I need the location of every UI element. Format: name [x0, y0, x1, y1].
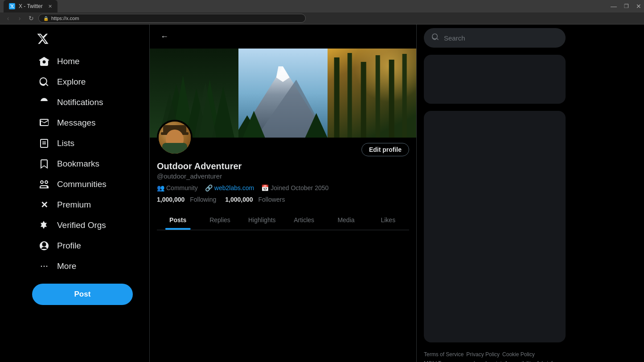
verified-orgs-icon	[38, 220, 50, 231]
forward-button[interactable]: ›	[15, 14, 24, 23]
following-stat[interactable]: 1,000,000 Following	[157, 196, 216, 203]
footer-accessibility[interactable]: Accessibility	[505, 360, 533, 362]
tab-media[interactable]: Media	[325, 210, 367, 230]
avatar-image	[159, 122, 191, 154]
link-icon: 🔗	[205, 184, 213, 191]
avatar	[157, 120, 193, 155]
tab-likes[interactable]: Likes	[367, 210, 409, 230]
banner-center	[238, 49, 327, 138]
banner-right	[328, 49, 416, 138]
svg-rect-22	[402, 54, 406, 138]
sidebar-item-notifications[interactable]: Notifications	[32, 92, 144, 113]
post-button[interactable]: Post	[32, 284, 133, 305]
sidebar-home-label: Home	[57, 57, 80, 66]
back-button[interactable]: ←	[157, 29, 172, 44]
website-link[interactable]: web2labs.com	[214, 184, 254, 191]
sidebar-bookmarks-label: Bookmarks	[57, 159, 99, 169]
meta-website[interactable]: 🔗 web2labs.com	[205, 184, 254, 191]
sidebar-item-home[interactable]: Home	[32, 51, 144, 72]
browser-controls: ‹ › ↻ 🔒 https://x.com	[0, 12, 644, 24]
tab-replies[interactable]: Replies	[199, 210, 241, 230]
followers-text: Followers	[258, 196, 285, 203]
browser-tab[interactable]: X - Twitter ✕	[4, 0, 57, 12]
bookmarks-icon	[38, 158, 50, 170]
sidebar-item-profile[interactable]: Profile	[32, 236, 144, 256]
back-button[interactable]: ‹	[4, 14, 12, 23]
tab-posts[interactable]: Posts	[157, 210, 199, 230]
tab-title: X - Twitter	[19, 3, 43, 9]
sidebar-profile-label: Profile	[57, 241, 81, 251]
profile-tabs: Posts Replies Highlights Articles Media …	[157, 210, 409, 230]
sidebar-premium-label: Premium	[57, 200, 91, 210]
sidebar-item-messages[interactable]: Messages	[32, 113, 144, 133]
sidebar-verified-orgs-label: Verified Orgs	[57, 220, 106, 230]
sidebar-more-label: More	[57, 261, 76, 271]
x-logo-icon	[37, 33, 49, 45]
followers-count: 1,000,000	[225, 196, 253, 203]
sidebar-item-bookmarks[interactable]: Bookmarks	[32, 154, 144, 174]
svg-rect-20	[375, 55, 380, 138]
app-container: Home Explore Notifications Messages List	[0, 24, 644, 362]
sidebar-explore-label: Explore	[57, 77, 86, 87]
minimize-button[interactable]: —	[608, 2, 619, 11]
tab-close-button[interactable]: ✕	[48, 4, 52, 9]
body	[162, 143, 187, 154]
right-panel: Search Terms of Service Privacy Policy C…	[417, 24, 573, 362]
sidebar-communities-label: Communities	[57, 179, 107, 189]
browser-chrome: X - Twitter ✕ — ❐ ✕ ‹ › ↻ 🔒 https://x.co…	[0, 0, 644, 24]
search-box[interactable]: Search	[424, 28, 566, 48]
main-content: ←	[149, 24, 417, 362]
sidebar-item-lists[interactable]: Lists	[32, 133, 144, 154]
sidebar-item-communities[interactable]: Communities	[32, 174, 144, 195]
svg-rect-17	[334, 57, 339, 138]
joined-date: Joined October 2050	[271, 184, 328, 191]
calendar-icon: 📅	[261, 184, 269, 191]
following-text: Following	[190, 196, 216, 203]
right-widget-1	[424, 55, 566, 104]
footer-tos[interactable]: Terms of Service	[424, 351, 464, 358]
reload-button[interactable]: ↻	[27, 14, 36, 23]
meta-joined: 📅 Joined October 2050	[261, 184, 328, 191]
profile-icon	[38, 240, 50, 252]
footer-imprint[interactable]: Imprint	[485, 360, 502, 362]
svg-rect-18	[347, 53, 352, 138]
footer-msiv[interactable]: MSiV Transparenzgaben	[424, 360, 483, 362]
profile-meta: 👥 Community 🔗 web2labs.com 📅 Joined Octo…	[157, 184, 409, 191]
sidebar-item-verified-orgs[interactable]: Verified Orgs	[32, 215, 144, 236]
sidebar-item-premium[interactable]: ✕ Premium	[32, 195, 144, 215]
communities-icon	[38, 179, 50, 190]
search-icon	[431, 33, 439, 43]
footer-privacy[interactable]: Privacy Policy	[466, 351, 500, 358]
footer-ads[interactable]: Ads info	[536, 360, 555, 362]
followers-stat[interactable]: 1,000,000 Followers	[225, 196, 285, 203]
meta-community: 👥 Community	[157, 184, 198, 191]
following-count: 1,000,000	[157, 196, 185, 203]
edit-profile-button[interactable]: Edit profile	[361, 143, 409, 156]
search-placeholder-text: Search	[444, 34, 465, 42]
premium-icon: ✕	[38, 199, 50, 211]
home-icon	[38, 56, 50, 67]
svg-rect-21	[389, 60, 394, 138]
following-label	[186, 196, 188, 203]
tab-favicon	[9, 3, 15, 9]
address-bar[interactable]: 🔒 https://x.com	[38, 14, 306, 23]
footer-links: Terms of Service Privacy Policy Cookie P…	[424, 346, 566, 362]
community-icon: 👥	[157, 184, 164, 191]
restore-button[interactable]: ❐	[621, 2, 632, 10]
followers-label	[255, 196, 257, 203]
tab-articles[interactable]: Articles	[283, 210, 325, 230]
x-logo[interactable]	[32, 28, 53, 49]
window-controls: — ❐ ✕	[608, 0, 644, 12]
stats-row: 1,000,000 Following 1,000,000 Followers	[157, 196, 409, 203]
sidebar-lists-label: Lists	[57, 138, 74, 148]
sidebar-item-more[interactable]: More	[32, 256, 144, 277]
sidebar-item-explore[interactable]: Explore	[32, 72, 144, 92]
username: @outdoor_adventurer	[157, 172, 409, 180]
close-button[interactable]: ✕	[633, 2, 644, 11]
footer-cookie[interactable]: Cookie Policy	[502, 351, 535, 358]
url-display: https://x.com	[51, 16, 79, 21]
sidebar: Home Explore Notifications Messages List	[27, 24, 149, 362]
tab-highlights[interactable]: Highlights	[241, 210, 283, 230]
explore-icon	[38, 76, 50, 88]
svg-rect-19	[361, 62, 366, 138]
